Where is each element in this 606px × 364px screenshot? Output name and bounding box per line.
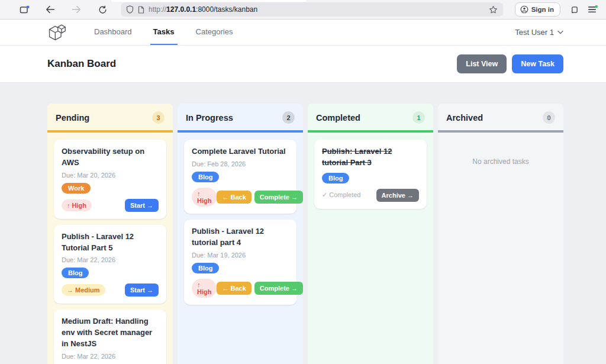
task-title: Complete Laravel Tutorial	[192, 146, 289, 157]
browser-window-icon[interactable]	[15, 2, 33, 17]
sign-in-label: Sign in	[531, 6, 554, 13]
column-title: Completed	[316, 113, 360, 123]
task-category-badge: Blog	[322, 173, 349, 183]
complete-button[interactable]: Complete →	[254, 191, 303, 204]
task-actions: Archive →	[376, 189, 419, 202]
column-count-badge: 2	[282, 111, 295, 124]
back-button[interactable]: ← Back	[217, 191, 251, 204]
column-header: Pending 3	[47, 104, 173, 130]
task-category-badge: Blog	[192, 263, 219, 273]
task-footer: ✓ Completed Archive →	[322, 189, 419, 202]
page-info-icon[interactable]	[138, 6, 144, 14]
start-button[interactable]: Start →	[125, 199, 159, 212]
back-icon[interactable]	[41, 2, 59, 17]
column-cards: Complete Laravel Tutorial Due: Feb 28, 2…	[178, 133, 303, 312]
empty-column-text: No archived tasks	[444, 157, 557, 166]
browser-chrome: http://127.0.0.1:8000/tasks/kanban Sign …	[0, 0, 606, 20]
task-card[interactable]: Medium Draft: Handling env with Secret m…	[54, 310, 166, 364]
menu-icon[interactable]	[588, 5, 598, 14]
task-actions: ← BackComplete →	[217, 282, 303, 295]
reload-icon[interactable]	[94, 2, 111, 17]
kanban-column: In Progress 2 Complete Laravel Tutorial …	[178, 104, 303, 364]
column-count-badge: 0	[543, 111, 555, 124]
column-count-badge: 3	[152, 111, 165, 124]
task-category-badge: Work	[62, 183, 91, 194]
page-header: Kanban Board List View New Task	[0, 46, 606, 83]
task-priority-badge: → Medium	[62, 284, 105, 296]
task-title: Publish: Laravel 12 tutorial Part 3	[322, 146, 419, 169]
task-title: Publish - Laravel 12 Tutorial Part 5	[62, 231, 159, 254]
column-cards: Observability setup on AWS Due: Mar 20, …	[47, 133, 173, 364]
main-content: Pending 3 Observability setup on AWS Due…	[0, 83, 606, 364]
column-title: Pending	[56, 113, 89, 123]
kanban-column: Completed 1 Publish: Laravel 12 tutorial…	[308, 104, 433, 364]
account-icon	[520, 5, 528, 14]
task-due-date: Due: Mar 22, 2026	[62, 353, 159, 360]
task-footer: ↑ High ← BackComplete →	[192, 279, 289, 298]
archive-button[interactable]: Archive →	[376, 189, 419, 202]
kanban-column: Pending 3 Observability setup on AWS Due…	[47, 104, 173, 364]
task-card[interactable]: Publish - Laravel 12 Tutorial Part 5 Due…	[54, 225, 166, 304]
active-tab-edge	[111, 0, 307, 2]
column-title: Archived	[446, 113, 483, 123]
user-menu[interactable]: Test User 1	[515, 28, 563, 37]
task-actions: Start →	[125, 199, 159, 212]
task-actions: Start →	[125, 284, 159, 297]
forward-icon[interactable]	[67, 2, 85, 17]
nav-link-dashboard[interactable]: Dashboard	[91, 20, 135, 45]
task-card[interactable]: Publish - Laravel 12 tutorial part 4 Due…	[184, 220, 296, 305]
app-navbar: Dashboard Tasks Categories Test User 1	[0, 20, 606, 46]
shield-icon[interactable]	[126, 5, 134, 14]
task-category-badge: Blog	[62, 268, 89, 278]
nav-link-categories[interactable]: Categories	[193, 20, 236, 45]
column-title: In Progress	[186, 113, 233, 123]
kanban-board: Pending 3 Observability setup on AWS Due…	[47, 104, 563, 364]
bookmark-star-icon[interactable]	[489, 5, 498, 14]
task-footer: ↑ High Start →	[62, 199, 159, 212]
column-header: Archived 0	[438, 104, 563, 130]
column-count-badge: 1	[412, 111, 425, 124]
page-title: Kanban Board	[47, 58, 116, 70]
column-header: Completed 1	[308, 104, 433, 130]
task-priority-badge: ↑ High	[192, 188, 217, 207]
laravel-logo-icon[interactable]	[47, 22, 66, 43]
task-title: Publish - Laravel 12 tutorial part 4	[192, 226, 289, 249]
task-due-date: Due: Mar 22, 2026	[62, 256, 159, 263]
url-bar[interactable]: http://127.0.0.1:8000/tasks/kanban	[121, 2, 503, 17]
task-due-date: Due: Mar 20, 2026	[62, 172, 159, 179]
task-footer: → Medium Start →	[62, 284, 159, 297]
header-actions: List View New Task	[457, 54, 563, 73]
task-category-badge: Blog	[192, 172, 219, 182]
task-card[interactable]: Observability setup on AWS Due: Mar 20, …	[54, 140, 166, 219]
task-priority-badge: ↑ High	[62, 199, 92, 211]
task-title: Medium Draft: Handling env with Secret m…	[62, 316, 159, 350]
list-view-button[interactable]: List View	[457, 54, 507, 73]
chevron-down-icon	[557, 30, 563, 34]
kanban-column: Archived 0 No archived tasks	[438, 104, 563, 364]
task-card[interactable]: Complete Laravel Tutorial Due: Feb 28, 2…	[184, 140, 296, 214]
task-due-date: Due: Feb 28, 2026	[192, 160, 289, 167]
new-task-button[interactable]: New Task	[512, 54, 563, 73]
task-status: ✓ Completed	[322, 191, 360, 199]
complete-button[interactable]: Complete →	[254, 282, 303, 295]
back-button[interactable]: ← Back	[217, 282, 251, 295]
task-footer: ↑ High ← BackComplete →	[192, 188, 289, 207]
user-menu-label: Test User 1	[515, 28, 554, 37]
task-due-date: Due: Mar 19, 2026	[192, 252, 289, 259]
extensions-icon[interactable]	[570, 5, 579, 14]
task-priority-badge: ↑ High	[192, 279, 217, 298]
column-cards: No archived tasks	[438, 133, 563, 173]
task-title: Observability setup on AWS	[62, 146, 159, 169]
url-text: http://127.0.0.1:8000/tasks/kanban	[149, 5, 257, 14]
task-card[interactable]: Publish: Laravel 12 tutorial Part 3 Blog…	[314, 140, 427, 209]
start-button[interactable]: Start →	[125, 284, 159, 297]
nav-link-tasks[interactable]: Tasks	[150, 20, 178, 45]
sign-in-button[interactable]: Sign in	[515, 2, 560, 17]
column-header: In Progress 2	[178, 104, 303, 130]
column-cards: Publish: Laravel 12 tutorial Part 3 Blog…	[308, 133, 433, 216]
task-actions: ← BackComplete →	[217, 191, 303, 204]
